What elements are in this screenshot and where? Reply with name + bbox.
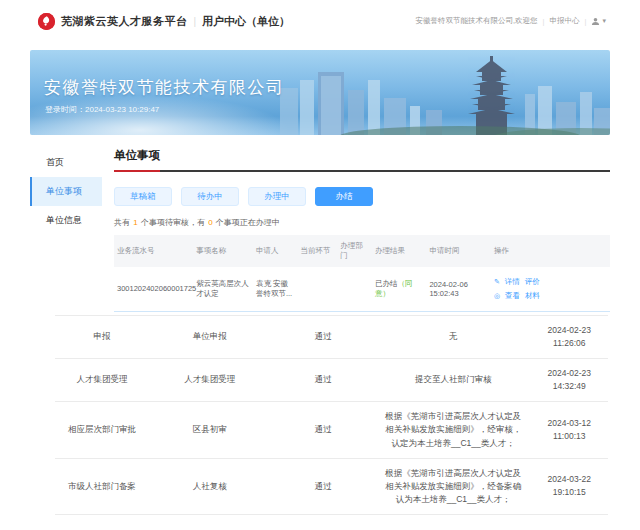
col-result: 办理结果 bbox=[372, 235, 427, 267]
chevron-down-icon: ▾ bbox=[602, 17, 606, 25]
table-row: 3001202402060001725 紫云英高层次人才认定 袁克 安徽誉特双节… bbox=[114, 267, 610, 311]
process-opinion: 提交至人社部门审核 bbox=[376, 358, 531, 401]
items-table: 业务流水号 事项名称 申请人 当前环节 办理部门 办理结果 申请时间 操作 30… bbox=[114, 235, 610, 312]
process-clock: 11:26:06 bbox=[537, 337, 602, 350]
brand-logo-icon bbox=[38, 13, 55, 30]
cityscape-illustration bbox=[280, 50, 610, 135]
process-table: 申报 单位申报 通过 无 2024-02-23 11:26:06 人才集团受理 … bbox=[55, 315, 608, 516]
process-time: 2024-02-23 11:26:06 bbox=[531, 315, 608, 358]
process-row: 申报 单位申报 通过 无 2024-02-23 11:26:06 bbox=[55, 315, 608, 358]
cell-department bbox=[337, 267, 372, 311]
topbar-divider: | bbox=[585, 17, 587, 26]
process-result: 通过 bbox=[271, 458, 376, 515]
col-serial: 业务流水号 bbox=[114, 235, 193, 267]
banner-company-name: 安徽誉特双节能技术有限公司 bbox=[44, 76, 285, 99]
cell-applicant: 袁克 安徽誉特双节... bbox=[253, 267, 298, 311]
content-row: 首页 单位事项 单位信息 单位事项 草稿箱 待办中 办理中 办结 共有 1 个事… bbox=[0, 135, 640, 312]
process-clock: 11:00:13 bbox=[537, 430, 602, 443]
detail-link[interactable]: 详情 bbox=[505, 275, 520, 289]
process-history: 申报 单位申报 通过 无 2024-02-23 11:26:06 人才集团受理 … bbox=[55, 315, 608, 516]
summary-count-pending: 1 bbox=[133, 218, 137, 227]
summary-count-processing: 0 bbox=[208, 218, 212, 227]
items-table-header-row: 业务流水号 事项名称 申请人 当前环节 办理部门 办理结果 申请时间 操作 bbox=[114, 235, 610, 267]
process-opinion: 根据《芜湖市引进高层次人才认定及相关补贴发放实施细则》，经审核，认定为本土培养_… bbox=[376, 402, 531, 459]
sidebar-item-unit-info[interactable]: 单位信息 bbox=[30, 206, 102, 235]
process-date: 2024-02-23 bbox=[537, 324, 602, 337]
process-row: 相应层次部门审批 区县初审 通过 根据《芜湖市引进高层次人才认定及相关补贴发放实… bbox=[55, 402, 608, 459]
title-underline-dark bbox=[160, 170, 610, 172]
topbar-divider: | bbox=[194, 16, 197, 27]
ops-line-1: ✎ 详情 评价 bbox=[494, 275, 607, 289]
process-step: 申报 bbox=[55, 315, 149, 358]
company-banner: 安徽誉特双节能技术有限公司 登录时间：2024-03-23 10:29:47 bbox=[30, 50, 610, 135]
sidebar-item-unit-matters[interactable]: 单位事项 bbox=[30, 177, 102, 206]
portal-title: 用户中心（单位） bbox=[202, 14, 290, 29]
page: 芜湖紫云英人才服务平台 | 用户中心（单位） 安徽誉特双节能技术有限公司,欢迎您… bbox=[0, 0, 640, 530]
process-time: 2024-03-22 19:10:15 bbox=[531, 458, 608, 515]
process-node: 人才集团受理 bbox=[149, 358, 271, 401]
tab-drafts[interactable]: 草稿箱 bbox=[114, 187, 172, 206]
user-menu[interactable]: ▾ bbox=[591, 17, 606, 26]
cell-apply-time: 2024-02-06 15:02:43 bbox=[426, 267, 490, 311]
banner-login-time: 登录时间：2024-03-23 10:29:47 bbox=[45, 104, 159, 115]
process-time: 2024-02-23 14:32:49 bbox=[531, 358, 608, 401]
tab-todo[interactable]: 待办中 bbox=[181, 187, 239, 206]
process-date: 2024-03-12 bbox=[537, 417, 602, 430]
process-node: 单位申报 bbox=[149, 315, 271, 358]
process-result: 通过 bbox=[271, 315, 376, 358]
sidebar-item-home[interactable]: 首页 bbox=[30, 148, 102, 177]
col-operations: 操作 bbox=[491, 235, 610, 267]
ops-line-2: ◎ 查看 材料 bbox=[494, 289, 607, 303]
process-opinion: 根据《芜湖市引进高层次人才认定及相关补贴发放实施细则》，经备案确认为本土培养__… bbox=[376, 458, 531, 515]
process-step: 相应层次部门审批 bbox=[55, 402, 149, 459]
process-step: 人才集团受理 bbox=[55, 358, 149, 401]
cell-operations: ✎ 详情 评价 ◎ 查看 材料 bbox=[491, 267, 610, 311]
summary-suffix: 个事项正在办理中 bbox=[216, 218, 280, 227]
process-date: 2024-02-23 bbox=[537, 367, 602, 380]
evaluate-link[interactable]: 评价 bbox=[525, 275, 540, 289]
col-apply-time: 申请时间 bbox=[426, 235, 490, 267]
page-title: 单位事项 bbox=[114, 148, 610, 170]
title-underline-red bbox=[114, 170, 160, 172]
col-item-name: 事项名称 bbox=[193, 235, 253, 267]
col-current-step: 当前环节 bbox=[298, 235, 338, 267]
tab-processing[interactable]: 办理中 bbox=[248, 187, 306, 206]
process-node: 区县初审 bbox=[149, 402, 271, 459]
view-icon: ◎ bbox=[494, 289, 500, 302]
cell-item-name: 紫云英高层次人才认定 bbox=[193, 267, 253, 311]
cell-current-step bbox=[298, 267, 338, 311]
sidebar: 首页 单位事项 单位信息 bbox=[30, 148, 102, 235]
material-link[interactable]: 材料 bbox=[525, 289, 540, 303]
process-time: 2024-03-12 11:00:13 bbox=[531, 402, 608, 459]
result-status: 已办结 bbox=[375, 279, 398, 288]
process-result: 通过 bbox=[271, 358, 376, 401]
process-date: 2024-03-22 bbox=[537, 473, 602, 486]
process-row: 人才集团受理 人才集团受理 通过 提交至人社部门审核 2024-02-23 14… bbox=[55, 358, 608, 401]
topbar: 芜湖紫云英人才服务平台 | 用户中心（单位） 安徽誉特双节能技术有限公司,欢迎您… bbox=[0, 0, 640, 42]
declare-center-link[interactable]: 申报中心 bbox=[550, 16, 580, 26]
tab-completed[interactable]: 办结 bbox=[315, 187, 373, 206]
process-row: 市级人社部门备案 人社复核 通过 根据《芜湖市引进高层次人才认定及相关补贴发放实… bbox=[55, 458, 608, 515]
summary-middle: 个事项待审核，有 bbox=[141, 218, 205, 227]
col-department: 办理部门 bbox=[337, 235, 372, 267]
cell-serial: 3001202402060001725 bbox=[114, 267, 193, 311]
cell-result: 已办结（同意） bbox=[372, 267, 427, 311]
process-result: 通过 bbox=[271, 402, 376, 459]
view-link[interactable]: 查看 bbox=[505, 289, 520, 303]
process-clock: 14:32:49 bbox=[537, 380, 602, 393]
topbar-right: 安徽誉特双节能技术有限公司,欢迎您 | 申报中心 | ▾ bbox=[415, 16, 606, 26]
topbar-divider: | bbox=[543, 17, 545, 26]
summary-line: 共有 1 个事项待审核，有 0 个事项正在办理中 bbox=[114, 217, 610, 228]
main-panel: 单位事项 草稿箱 待办中 办理中 办结 共有 1 个事项待审核，有 0 个事项正… bbox=[114, 148, 610, 312]
summary-prefix: 共有 bbox=[114, 218, 130, 227]
process-opinion: 无 bbox=[376, 315, 531, 358]
brand-name: 芜湖紫云英人才服务平台 bbox=[61, 14, 188, 29]
col-applicant: 申请人 bbox=[253, 235, 298, 267]
title-underline bbox=[114, 170, 610, 172]
welcome-text: 安徽誉特双节能技术有限公司,欢迎您 bbox=[415, 16, 537, 26]
process-step: 市级人社部门备案 bbox=[55, 458, 149, 515]
process-clock: 19:10:15 bbox=[537, 486, 602, 499]
user-icon bbox=[591, 17, 600, 26]
edit-icon: ✎ bbox=[494, 275, 500, 288]
process-node: 人社复核 bbox=[149, 458, 271, 515]
